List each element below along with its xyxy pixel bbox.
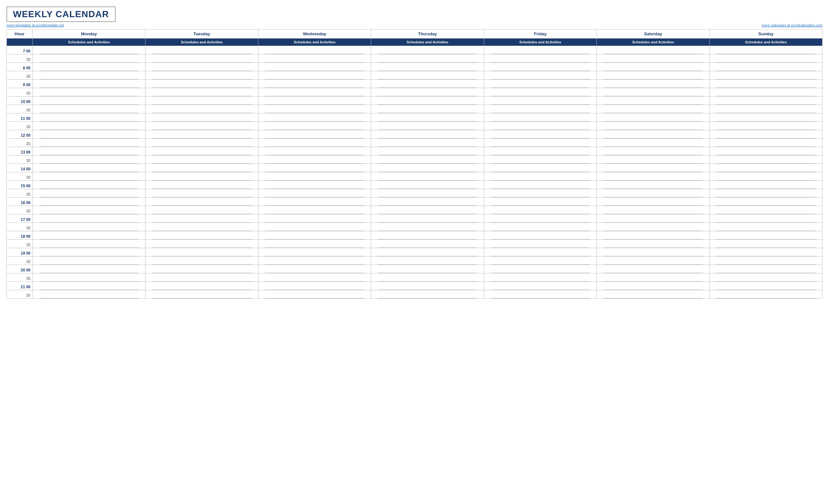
schedule-cell[interactable] xyxy=(33,197,145,206)
schedule-cell[interactable] xyxy=(258,214,371,223)
schedule-cell[interactable] xyxy=(484,265,597,274)
schedule-cell[interactable] xyxy=(145,223,258,231)
schedule-cell[interactable] xyxy=(145,155,258,164)
schedule-cell[interactable] xyxy=(710,231,822,240)
schedule-cell[interactable] xyxy=(145,282,258,290)
schedule-cell[interactable] xyxy=(33,290,145,299)
schedule-cell[interactable] xyxy=(33,189,145,197)
schedule-cell[interactable] xyxy=(710,97,822,105)
schedule-cell[interactable] xyxy=(33,181,145,189)
schedule-cell[interactable] xyxy=(371,63,484,71)
schedule-cell[interactable] xyxy=(710,71,822,80)
schedule-cell[interactable] xyxy=(597,189,710,197)
schedule-cell[interactable] xyxy=(710,155,822,164)
schedule-cell[interactable] xyxy=(484,206,597,214)
schedule-cell[interactable] xyxy=(258,122,371,130)
schedule-cell[interactable] xyxy=(597,265,710,274)
schedule-cell[interactable] xyxy=(258,240,371,248)
schedule-cell[interactable] xyxy=(710,265,822,274)
schedule-cell[interactable] xyxy=(710,223,822,231)
schedule-cell[interactable] xyxy=(597,46,710,55)
schedule-cell[interactable] xyxy=(258,189,371,197)
schedule-cell[interactable] xyxy=(710,240,822,248)
schedule-cell[interactable] xyxy=(484,122,597,130)
schedule-cell[interactable] xyxy=(145,206,258,214)
schedule-cell[interactable] xyxy=(33,172,145,181)
schedule-cell[interactable] xyxy=(484,63,597,71)
schedule-cell[interactable] xyxy=(33,282,145,290)
schedule-cell[interactable] xyxy=(145,147,258,155)
schedule-cell[interactable] xyxy=(145,189,258,197)
schedule-cell[interactable] xyxy=(258,248,371,256)
schedule-cell[interactable] xyxy=(710,88,822,97)
schedule-cell[interactable] xyxy=(710,80,822,88)
schedule-cell[interactable] xyxy=(597,130,710,139)
schedule-cell[interactable] xyxy=(258,223,371,231)
schedule-cell[interactable] xyxy=(371,80,484,88)
schedule-cell[interactable] xyxy=(371,139,484,147)
schedule-cell[interactable] xyxy=(371,105,484,113)
schedule-cell[interactable] xyxy=(258,274,371,282)
schedule-cell[interactable] xyxy=(33,214,145,223)
schedule-cell[interactable] xyxy=(597,63,710,71)
schedule-cell[interactable] xyxy=(145,46,258,55)
schedule-cell[interactable] xyxy=(597,55,710,63)
schedule-cell[interactable] xyxy=(258,147,371,155)
schedule-cell[interactable] xyxy=(484,256,597,265)
schedule-cell[interactable] xyxy=(371,214,484,223)
schedule-cell[interactable] xyxy=(710,130,822,139)
schedule-cell[interactable] xyxy=(484,46,597,55)
schedule-cell[interactable] xyxy=(33,164,145,172)
schedule-cell[interactable] xyxy=(710,139,822,147)
schedule-cell[interactable] xyxy=(597,256,710,265)
schedule-cell[interactable] xyxy=(258,63,371,71)
schedule-cell[interactable] xyxy=(484,290,597,299)
schedule-cell[interactable] xyxy=(597,214,710,223)
schedule-cell[interactable] xyxy=(597,206,710,214)
schedule-cell[interactable] xyxy=(710,122,822,130)
schedule-cell[interactable] xyxy=(484,55,597,63)
schedule-cell[interactable] xyxy=(145,113,258,122)
schedule-cell[interactable] xyxy=(484,197,597,206)
schedule-cell[interactable] xyxy=(371,181,484,189)
schedule-cell[interactable] xyxy=(597,290,710,299)
schedule-cell[interactable] xyxy=(145,105,258,113)
schedule-cell[interactable] xyxy=(145,256,258,265)
schedule-cell[interactable] xyxy=(33,88,145,97)
schedule-cell[interactable] xyxy=(371,256,484,265)
schedule-cell[interactable] xyxy=(33,240,145,248)
schedule-cell[interactable] xyxy=(33,46,145,55)
schedule-cell[interactable] xyxy=(484,231,597,240)
schedule-cell[interactable] xyxy=(33,256,145,265)
schedule-cell[interactable] xyxy=(258,206,371,214)
subtitle-right[interactable]: more calendars at excelcalendars.com xyxy=(762,23,823,27)
schedule-cell[interactable] xyxy=(484,88,597,97)
schedule-cell[interactable] xyxy=(597,97,710,105)
schedule-cell[interactable] xyxy=(371,122,484,130)
schedule-cell[interactable] xyxy=(33,265,145,274)
schedule-cell[interactable] xyxy=(710,55,822,63)
schedule-cell[interactable] xyxy=(145,197,258,206)
schedule-cell[interactable] xyxy=(33,130,145,139)
schedule-cell[interactable] xyxy=(484,105,597,113)
schedule-cell[interactable] xyxy=(484,164,597,172)
schedule-cell[interactable] xyxy=(33,80,145,88)
schedule-cell[interactable] xyxy=(33,248,145,256)
schedule-cell[interactable] xyxy=(371,46,484,55)
schedule-cell[interactable] xyxy=(597,122,710,130)
schedule-cell[interactable] xyxy=(258,88,371,97)
schedule-cell[interactable] xyxy=(145,290,258,299)
schedule-cell[interactable] xyxy=(145,97,258,105)
schedule-cell[interactable] xyxy=(371,189,484,197)
schedule-cell[interactable] xyxy=(484,248,597,256)
schedule-cell[interactable] xyxy=(371,265,484,274)
schedule-cell[interactable] xyxy=(597,88,710,97)
schedule-cell[interactable] xyxy=(710,248,822,256)
schedule-cell[interactable] xyxy=(33,206,145,214)
schedule-cell[interactable] xyxy=(484,113,597,122)
schedule-cell[interactable] xyxy=(371,88,484,97)
schedule-cell[interactable] xyxy=(145,122,258,130)
schedule-cell[interactable] xyxy=(484,189,597,197)
schedule-cell[interactable] xyxy=(145,71,258,80)
schedule-cell[interactable] xyxy=(710,197,822,206)
